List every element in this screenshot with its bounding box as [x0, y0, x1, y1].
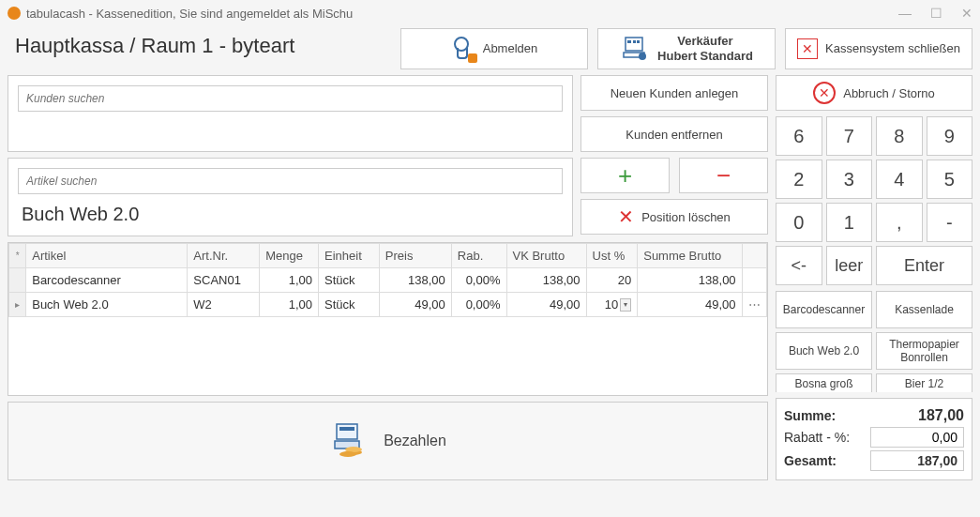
key-9[interactable]: 9 — [927, 116, 973, 156]
svg-rect-1 — [627, 40, 631, 43]
cell-vkbrutto: 138,00 — [506, 268, 586, 293]
x-box-icon: ✕ — [797, 38, 818, 59]
row-marker-header: * — [9, 244, 26, 268]
col-vkbrutto[interactable]: VK Brutto — [506, 244, 586, 268]
cell-preis: 49,00 — [379, 293, 451, 317]
customer-search-input[interactable] — [18, 85, 563, 112]
window-titlebar: tabulacash - Kassenedition, Sie sind ang… — [0, 0, 980, 26]
window-title: tabulacash - Kassenedition, Sie sind ang… — [26, 7, 353, 21]
col-extra — [742, 244, 766, 268]
article-search-input[interactable] — [18, 168, 563, 194]
key-2[interactable]: 2 — [776, 160, 822, 199]
quick-item-bosna[interactable]: Bosna groß — [776, 373, 872, 392]
x-circle-icon: ✕ — [813, 82, 836, 104]
cell-artnr: SCAN01 — [188, 268, 260, 293]
col-rab[interactable]: Rab. — [451, 244, 506, 268]
close-icon[interactable]: ✕ — [961, 6, 972, 21]
quick-item-thermopapier[interactable]: Thermopapier Bonrollen — [876, 332, 972, 370]
cell-ust-combo[interactable]: 10▾ — [586, 293, 638, 317]
table-row[interactable]: Barcodescanner SCAN01 1,00 Stück 138,00 … — [9, 268, 767, 293]
remove-customer-button[interactable]: Kunden entfernen — [580, 116, 768, 152]
quick-item-bier[interactable]: Bier 1/2 — [876, 373, 972, 392]
register-icon — [620, 34, 650, 64]
plus-icon: + — [618, 161, 632, 190]
col-menge[interactable]: Menge — [260, 244, 319, 268]
col-summe[interactable]: Summe Brutto — [638, 244, 742, 268]
cell-preis: 138,00 — [379, 268, 451, 293]
svg-rect-0 — [626, 38, 642, 51]
logout-button[interactable]: Abmelden — [400, 28, 588, 69]
key-7[interactable]: 7 — [826, 116, 873, 156]
items-table[interactable]: * Artikel Art.Nr. Menge Einheit Preis Ra… — [8, 242, 768, 396]
key-8[interactable]: 8 — [876, 116, 923, 156]
current-row-marker: ▸ — [9, 293, 26, 317]
minus-icon: − — [716, 161, 731, 190]
total-value: 187,00 — [870, 450, 964, 471]
key-3[interactable]: 3 — [826, 160, 873, 199]
sum-label: Summe: — [784, 408, 836, 423]
chevron-down-icon[interactable]: ▾ — [620, 298, 631, 312]
key-comma[interactable]: , — [876, 203, 923, 242]
logout-label: Abmelden — [483, 41, 538, 56]
col-einheit[interactable]: Einheit — [319, 244, 380, 268]
key-0[interactable]: 0 — [776, 203, 822, 242]
quick-item-kassenlade[interactable]: Kassenlade — [876, 291, 972, 328]
cell-vkbrutto: 49,00 — [506, 293, 586, 317]
discount-label: Rabatt - %: — [784, 430, 850, 445]
cell-rab: 0,00% — [451, 268, 506, 293]
col-artikel[interactable]: Artikel — [26, 244, 188, 268]
total-label: Gesamt: — [784, 453, 837, 468]
cancel-label: Abbruch / Storno — [843, 86, 935, 100]
article-search-panel: Buch Web 2.0 — [8, 158, 573, 236]
remove-customer-label: Kunden entfernen — [626, 128, 722, 142]
app-icon — [8, 7, 21, 20]
delete-position-button[interactable]: ✕ Position löschen — [580, 199, 768, 235]
quick-item-barcodescanner[interactable]: Barcodescanner — [776, 291, 872, 328]
create-customer-button[interactable]: Neuen Kunden anlegen — [580, 75, 768, 111]
key-1[interactable]: 1 — [826, 203, 873, 242]
key-backspace[interactable]: <- — [776, 246, 822, 285]
key-clear[interactable]: leer — [826, 246, 873, 285]
svg-rect-6 — [337, 424, 357, 439]
delete-position-label: Position löschen — [641, 210, 731, 224]
col-preis[interactable]: Preis — [379, 244, 451, 268]
col-artnr[interactable]: Art.Nr. — [188, 244, 260, 268]
discount-input[interactable] — [870, 427, 964, 448]
col-ust[interactable]: Ust % — [586, 244, 638, 268]
seller-button[interactable]: Verkäufer Hubert Standard — [597, 28, 776, 69]
sum-value: 187,00 — [918, 407, 964, 424]
maximize-icon[interactable]: ☐ — [930, 6, 942, 21]
current-article-title: Buch Web 2.0 — [18, 200, 563, 225]
key-enter[interactable]: Enter — [876, 246, 972, 285]
cell-summe: 138,00 — [638, 268, 742, 293]
pay-icon — [329, 420, 370, 462]
summary-panel: Summe: 187,00 Rabatt - %: Gesamt: 187,00 — [776, 398, 972, 480]
cell-menge: 1,00 — [260, 268, 319, 293]
key-4[interactable]: 4 — [876, 160, 923, 199]
cell-artikel: Buch Web 2.0 — [26, 293, 188, 317]
cell-einheit: Stück — [319, 268, 380, 293]
create-customer-label: Neuen Kunden anlegen — [611, 86, 739, 100]
minimize-icon[interactable]: — — [898, 6, 912, 21]
cancel-button[interactable]: ✕ Abbruch / Storno — [776, 75, 972, 111]
cell-summe: 49,00 — [638, 293, 742, 317]
seller-name: Hubert Standard — [657, 49, 753, 64]
table-row[interactable]: ▸ Buch Web 2.0 W2 1,00 Stück 49,00 0,00%… — [9, 293, 767, 317]
close-system-button[interactable]: ✕ Kassensystem schließen — [785, 28, 972, 69]
customer-search-panel — [8, 75, 573, 152]
cell-artikel: Barcodescanner — [26, 268, 188, 293]
svg-rect-7 — [339, 427, 354, 431]
svg-point-5 — [639, 53, 646, 60]
qty-minus-button[interactable]: − — [679, 158, 768, 193]
seller-label-top: Verkäufer — [657, 34, 753, 49]
quick-item-buch[interactable]: Buch Web 2.0 — [776, 332, 872, 370]
page-title: Hauptkassa / Raum 1 - byteart — [8, 28, 391, 69]
row-more-icon[interactable]: ⋯ — [742, 293, 766, 317]
key-5[interactable]: 5 — [927, 160, 973, 199]
pay-button[interactable]: Bezahlen — [8, 402, 768, 480]
x-red-icon: ✕ — [618, 205, 634, 228]
qty-plus-button[interactable]: + — [580, 158, 670, 193]
pay-label: Bezahlen — [384, 433, 446, 449]
key-minus[interactable]: - — [927, 203, 973, 242]
key-6[interactable]: 6 — [776, 116, 822, 156]
